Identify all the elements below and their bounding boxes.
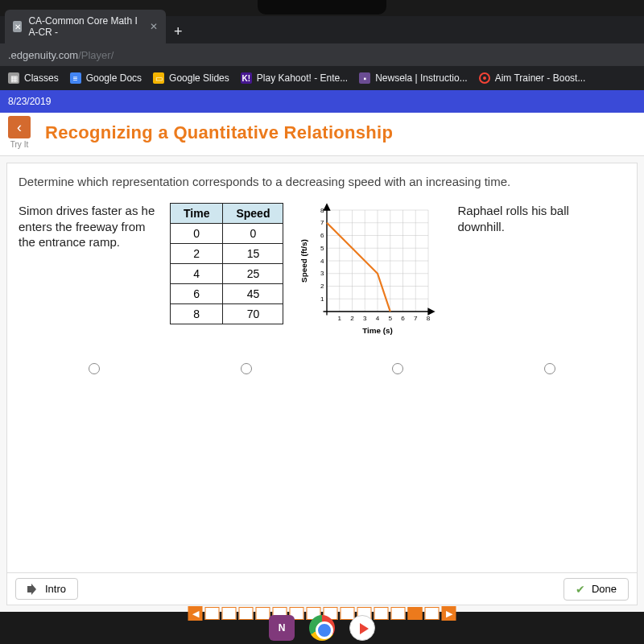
bookmark-label: Play Kahoot! - Ente... <box>257 72 348 84</box>
bookmarks-bar: ▦Classes ≡Google Docs ▭Google Slides K!P… <box>0 66 644 90</box>
answer-option-4[interactable] <box>544 363 555 374</box>
progress-seg[interactable] <box>391 607 406 620</box>
url-path: /Player/ <box>78 49 114 61</box>
svg-text:3: 3 <box>320 270 324 277</box>
bookmark-label: Google Slides <box>169 72 229 84</box>
screen: ✕ CA-Common Core Math I A-CR - ✕ + .edge… <box>0 16 644 612</box>
kahoot-icon: K! <box>241 72 252 84</box>
page-content: 8/23/2019 ‹ Try It Recognizing a Quantit… <box>0 90 644 612</box>
newsela-icon: ▪ <box>359 72 370 84</box>
bookmark-newsela[interactable]: ▪Newsela | Instructio... <box>359 72 468 84</box>
y-axis-label: Speed (ft/s) <box>299 239 308 283</box>
table-row: 870 <box>171 304 283 324</box>
svg-text:8: 8 <box>320 207 324 214</box>
question-text: Determine which representation correspon… <box>19 175 625 188</box>
bookmark-label: Google Docs <box>86 72 142 84</box>
svg-text:8: 8 <box>427 315 431 322</box>
intro-button[interactable]: Intro <box>15 578 78 600</box>
progress-seg[interactable] <box>222 607 237 620</box>
answer-radio-row <box>19 355 625 382</box>
table-row: 425 <box>171 264 283 284</box>
done-label: Done <box>592 583 617 595</box>
svg-text:1: 1 <box>320 295 324 303</box>
tab-favicon: ✕ <box>13 21 22 32</box>
target-icon <box>479 72 490 84</box>
done-button[interactable]: ✔ Done <box>564 578 629 601</box>
dock-app-play[interactable] <box>349 615 375 641</box>
table-row: 645 <box>171 284 283 304</box>
answer-option-2[interactable] <box>241 363 252 374</box>
progress-next[interactable]: ▶ <box>442 606 456 621</box>
speaker-icon <box>27 584 39 595</box>
course-date: 8/23/2019 <box>8 96 51 107</box>
x-axis-label: Time (s) <box>363 326 394 335</box>
progress-seg[interactable] <box>256 607 270 620</box>
url-bar[interactable]: .edgenuity.com/Player/ <box>0 43 644 66</box>
svg-text:4: 4 <box>376 315 380 322</box>
bookmark-label: Newsela | Instructio... <box>375 72 468 84</box>
tab-title: CA-Common Core Math I A-CR - <box>28 15 143 38</box>
svg-text:5: 5 <box>389 315 393 322</box>
dock-app-chrome[interactable] <box>309 615 335 641</box>
answer-option-1[interactable] <box>89 363 100 374</box>
progress-seg[interactable] <box>425 607 440 620</box>
slides-icon: ▭ <box>153 72 164 84</box>
lesson-header: ‹ Try It Recognizing a Quantitative Rela… <box>0 113 644 156</box>
bookmark-google-docs[interactable]: ≡Google Docs <box>70 72 142 84</box>
intro-label: Intro <box>45 583 66 595</box>
lesson-title: Recognizing a Quantitative Relationship <box>45 122 393 143</box>
progress-seg-current[interactable] <box>408 607 423 620</box>
tab-close-icon[interactable]: ✕ <box>150 21 158 32</box>
svg-text:4: 4 <box>320 258 324 265</box>
scenario-simon: Simon drives faster as he enters the fre… <box>19 203 155 250</box>
new-tab-button[interactable]: + <box>166 20 191 43</box>
progress-seg[interactable] <box>239 607 254 620</box>
os-dock: N <box>269 615 375 641</box>
back-button[interactable]: ‹ <box>8 116 31 138</box>
svg-text:3: 3 <box>363 315 367 322</box>
tryit-label: Try It <box>10 140 28 149</box>
bookmark-label: Classes <box>24 72 59 84</box>
browser-tab-active[interactable]: ✕ CA-Common Core Math I A-CR - ✕ <box>5 10 166 43</box>
svg-text:7: 7 <box>320 219 324 226</box>
speed-time-graph: 123 456 78 123 456 78 Time (s) Speed (ft… <box>298 203 443 341</box>
table-row: 00 <box>171 224 283 244</box>
time-speed-table: Time Speed 00 215 425 645 870 <box>170 203 283 324</box>
folder-icon: ▦ <box>8 72 19 84</box>
table-header-speed: Speed <box>223 204 283 224</box>
table-row: 215 <box>171 244 283 264</box>
svg-text:6: 6 <box>320 232 324 239</box>
laptop-notch <box>258 0 386 14</box>
docs-icon: ≡ <box>70 72 81 84</box>
progress-seg[interactable] <box>374 607 389 620</box>
bookmark-google-slides[interactable]: ▭Google Slides <box>153 72 229 84</box>
svg-text:7: 7 <box>414 315 418 322</box>
bookmark-aim-trainer[interactable]: Aim Trainer - Boost... <box>479 72 586 84</box>
bookmark-kahoot[interactable]: K!Play Kahoot! - Ente... <box>241 72 348 84</box>
svg-text:5: 5 <box>320 245 324 252</box>
question-panel: Determine which representation correspon… <box>6 163 638 605</box>
progress-seg[interactable] <box>205 607 220 620</box>
svg-text:6: 6 <box>402 315 406 322</box>
svg-text:2: 2 <box>351 315 355 322</box>
progress-prev[interactable]: ◀ <box>188 606 203 621</box>
course-header-bar: 8/23/2019 <box>0 90 644 113</box>
svg-text:1: 1 <box>338 315 342 322</box>
check-icon: ✔ <box>576 583 585 596</box>
bookmark-label: Aim Trainer - Boost... <box>495 72 586 84</box>
tab-strip: ✕ CA-Common Core Math I A-CR - ✕ + <box>0 16 644 43</box>
options-row: Simon drives faster as he enters the fre… <box>19 203 625 341</box>
bookmark-classes[interactable]: ▦Classes <box>8 72 59 84</box>
content-footer: Intro ✔ Done <box>7 572 637 605</box>
table-header-time: Time <box>171 204 223 224</box>
dock-app-onenote[interactable]: N <box>269 615 295 641</box>
answer-option-3[interactable] <box>392 363 403 374</box>
svg-text:2: 2 <box>320 283 324 290</box>
scenario-raphael: Raphael rolls his ball downhill. <box>457 203 578 234</box>
url-host: .edgenuity.com <box>8 49 78 61</box>
